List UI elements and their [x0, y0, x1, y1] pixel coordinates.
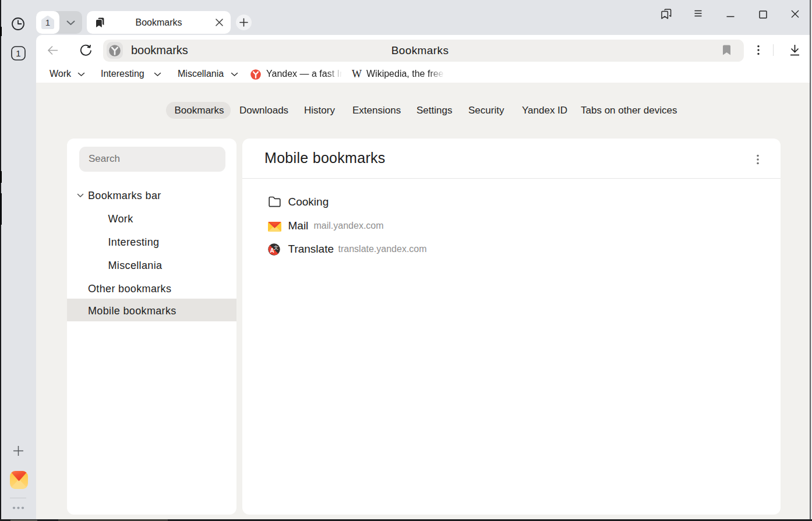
- svg-text:1: 1: [45, 17, 50, 27]
- svg-text:1: 1: [16, 48, 20, 58]
- svg-text:文: 文: [274, 245, 278, 250]
